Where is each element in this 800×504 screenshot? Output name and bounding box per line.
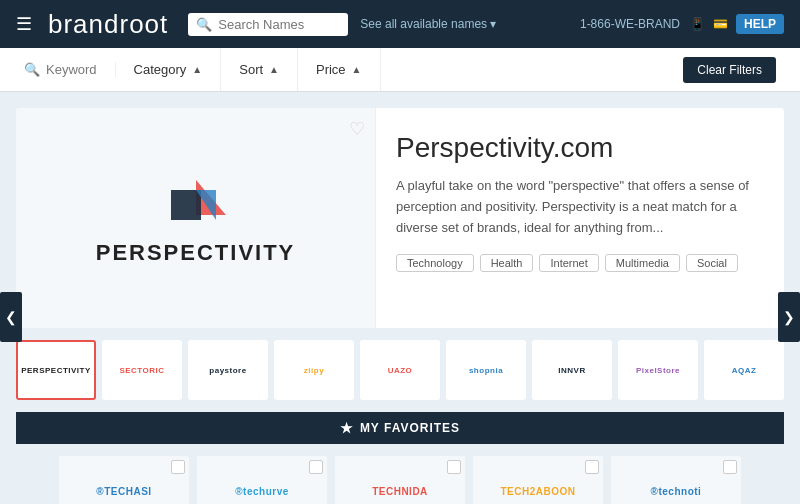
clear-filters-button[interactable]: Clear Filters <box>683 57 776 83</box>
fav-item-techasi: ®TECHASI🛒 ADD TO CART <box>59 456 189 504</box>
thumb-uazo[interactable]: UAZO <box>360 340 440 400</box>
category-label: Category <box>134 62 187 77</box>
fav-logo-technida: TECHNIDA <box>335 456 465 504</box>
featured-title: Perspectivity.com <box>396 132 764 164</box>
wallet-icon: 💳 <box>713 17 728 31</box>
fav-item-techurve: ®techurve🛒 ADD TO CART <box>197 456 327 504</box>
perspectivity-logo-icon <box>161 170 231 240</box>
sort-label: Sort <box>239 62 263 77</box>
filter-bar: 🔍 Keyword Category ▲ Sort ▲ Price ▲ Clea… <box>0 48 800 92</box>
thumb-paystore[interactable]: paystore <box>188 340 268 400</box>
favorites-items-row: ®TECHASI🛒 ADD TO CART®techurve🛒 ADD TO C… <box>24 456 776 504</box>
search-icon: 🔍 <box>196 17 212 32</box>
logo-text: PERSPECTIVITY <box>96 240 296 266</box>
search-box: 🔍 <box>188 13 348 36</box>
fav-logo-technoti: ®technoti <box>611 456 741 504</box>
thumb-sectoric[interactable]: SECTORIC <box>102 340 182 400</box>
heart-button[interactable]: ♡ <box>349 118 365 140</box>
featured-logo-area: PERSPECTIVITY ♡ <box>16 108 376 328</box>
fav-logo-techurve: ®techurve <box>197 456 327 504</box>
phone-number: 1-866-WE-BRAND <box>580 17 680 31</box>
brand-logo: brandroot <box>48 9 168 40</box>
thumb-shopnia[interactable]: shopnia <box>446 340 526 400</box>
favorites-grid: ®TECHASI🛒 ADD TO CART®techurve🛒 ADD TO C… <box>16 444 784 504</box>
prev-arrow[interactable]: ❮ <box>0 292 22 342</box>
tag-technology[interactable]: Technology <box>396 254 474 272</box>
my-favorites-bar[interactable]: ★ MY FAVORITES <box>16 412 784 444</box>
fav-checkbox-techurve[interactable] <box>309 460 323 474</box>
tag-health[interactable]: Health <box>480 254 534 272</box>
thumb-innvr[interactable]: INNVR <box>532 340 612 400</box>
hamburger-menu[interactable]: ☰ <box>16 13 32 35</box>
thumb-aqaz[interactable]: AQAZ <box>704 340 784 400</box>
thumb-pixelstore[interactable]: PixelStore <box>618 340 698 400</box>
price-label: Price <box>316 62 346 77</box>
main-content: ❮ PERSPECTIVITY ♡ Perspectivity.com A pl… <box>0 92 800 504</box>
featured-logo: PERSPECTIVITY <box>96 170 296 266</box>
price-filter[interactable]: Price ▲ <box>298 48 381 91</box>
keyword-filter[interactable]: 🔍 Keyword <box>24 62 116 77</box>
fav-logo-techasi: ®TECHASI <box>59 456 189 504</box>
category-filter[interactable]: Category ▲ <box>116 48 222 91</box>
svg-rect-1 <box>171 190 201 220</box>
mobile-icon: 📱 <box>690 17 705 31</box>
tag-internet[interactable]: Internet <box>539 254 598 272</box>
tag-social[interactable]: Social <box>686 254 738 272</box>
top-navigation: ☰ brandroot 🔍 See all available names ▾ … <box>0 0 800 48</box>
fav-checkbox-technida[interactable] <box>447 460 461 474</box>
search-input[interactable] <box>218 17 338 32</box>
next-arrow[interactable]: ❯ <box>778 292 800 342</box>
fav-checkbox-techasi[interactable] <box>171 460 185 474</box>
price-arrow: ▲ <box>352 64 362 75</box>
featured-info: Perspectivity.com A playful take on the … <box>376 108 784 328</box>
thumb-perspectivity[interactable]: PERSPECTIVITY <box>16 340 96 400</box>
fav-checkbox-tech2aboon[interactable] <box>585 460 599 474</box>
category-arrow: ▲ <box>192 64 202 75</box>
keyword-icon: 🔍 <box>24 62 40 77</box>
favorites-star-icon: ★ <box>340 420 354 436</box>
fav-item-technida: TECHNIDA🛒 ADD TO CART <box>335 456 465 504</box>
tag-multimedia[interactable]: Multimedia <box>605 254 680 272</box>
help-button[interactable]: HELP <box>736 14 784 34</box>
tag-list: TechnologyHealthInternetMultimediaSocial <box>396 254 764 272</box>
featured-description: A playful take on the word "perspective"… <box>396 176 764 238</box>
fav-item-tech2aboon: TECH2ABOON🛒 ADD TO CART <box>473 456 603 504</box>
fav-logo-tech2aboon: TECH2ABOON <box>473 456 603 504</box>
fav-item-technoti: ®technoti🛒 ADD TO CART <box>611 456 741 504</box>
thumbnail-row: PERSPECTIVITYSECTORICpaystoreziipyUAZOsh… <box>16 340 784 400</box>
featured-card: PERSPECTIVITY ♡ Perspectivity.com A play… <box>16 108 784 328</box>
fav-checkbox-technoti[interactable] <box>723 460 737 474</box>
my-favorites-label: MY FAVORITES <box>360 421 460 435</box>
sort-filter[interactable]: Sort ▲ <box>221 48 298 91</box>
nav-right-area: 1-866-WE-BRAND 📱 💳 HELP <box>580 14 784 34</box>
thumb-ziipy[interactable]: ziipy <box>274 340 354 400</box>
sort-arrow: ▲ <box>269 64 279 75</box>
see-all-names-link[interactable]: See all available names ▾ <box>360 17 496 31</box>
keyword-label: Keyword <box>46 62 97 77</box>
nav-icons: 📱 💳 HELP <box>690 14 784 34</box>
